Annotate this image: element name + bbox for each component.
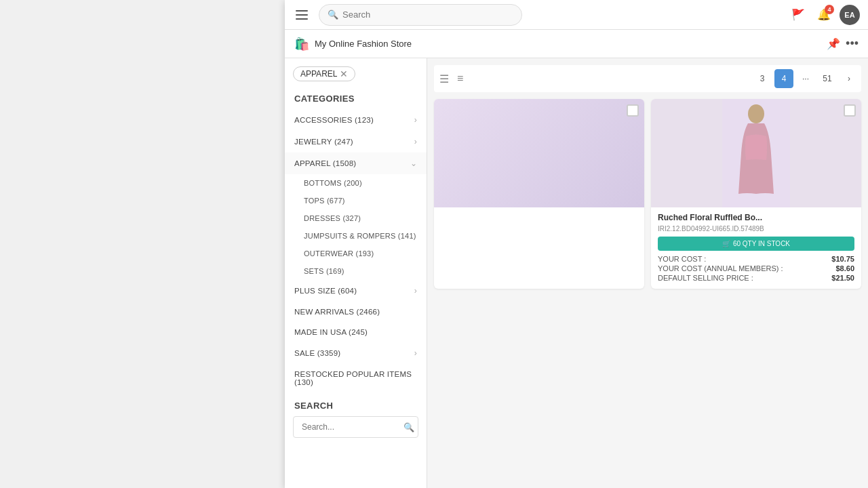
search-section-label: SEARCH (285, 392, 427, 416)
main-content: APPAREL ✕ CATEGORIES ACCESSORIES (123) ›… (285, 58, 868, 488)
product-info: Ruched Floral Ruffled Bo... IRI2.12.BD04… (651, 207, 861, 289)
product-grid: Ruched Floral Ruffled Bo... IRI2.12.BD04… (434, 99, 861, 289)
categories-label: CATEGORIES (285, 89, 427, 109)
product-card-placeholder (434, 99, 644, 289)
product-image-area (434, 99, 644, 207)
annual-cost-row: YOUR COST (ANNUAL MEMBERS) : $8.60 (658, 264, 854, 272)
category-item-sale[interactable]: SALE (3359) › (285, 342, 427, 364)
sidebar: APPAREL ✕ CATEGORIES ACCESSORIES (123) ›… (285, 58, 427, 488)
category-label: APPAREL (1508) (294, 159, 410, 167)
chip-label: APPAREL (300, 69, 337, 79)
in-stock-button[interactable]: 🛒 60 QTY IN STOCK (658, 237, 854, 251)
chevron-right-icon: › (414, 137, 417, 146)
pin-icon[interactable]: 📌 (827, 37, 840, 50)
category-label: NEW ARRIVALS (2466) (294, 308, 417, 316)
category-item-restocked[interactable]: RESTOCKED POPULAR ITEMS (130) (285, 364, 427, 392)
page-4-button[interactable]: 4 (774, 69, 793, 88)
category-label: MADE IN USA (245) (294, 328, 417, 336)
search-bar[interactable]: 🔍 (319, 4, 522, 26)
your-cost-label: YOUR COST : (658, 255, 706, 263)
category-item-jewelry[interactable]: JEWELRY (247) › (285, 131, 427, 152)
flag-button[interactable]: 🚩 (788, 5, 808, 25)
nav-icons: 🚩 🔔 4 EA (788, 5, 860, 25)
sidebar-search-wrap[interactable]: 🔍 (293, 416, 418, 438)
stock-label: 60 QTY IN STOCK (733, 240, 790, 247)
chevron-right-icon: › (414, 348, 417, 358)
svg-point-1 (748, 104, 764, 123)
category-label: JEWELRY (247) (294, 138, 414, 146)
page-51-button[interactable]: 51 (818, 69, 837, 88)
category-item-apparel[interactable]: APPAREL (1508) ⌄ (285, 152, 427, 174)
subcategory-outerwear[interactable]: OUTERWEAR (193) (285, 245, 427, 262)
chevron-right-icon: › (414, 286, 417, 296)
page-3-button[interactable]: 3 (753, 69, 772, 88)
category-item-made-in-usa[interactable]: MADE IN USA (245) (285, 322, 427, 342)
subcategory-tops[interactable]: TOPS (677) (285, 192, 427, 209)
category-item-accessories[interactable]: ACCESSORIES (123) › (285, 109, 427, 131)
sidebar-search-input[interactable] (302, 420, 403, 434)
pagination-row: ☰ ≡ 3 4 ··· 51 › (434, 65, 861, 92)
subcategory-bottoms[interactable]: BOTTOMS (200) (285, 174, 427, 192)
subcategory-dresses[interactable]: DRESSES (327) (285, 209, 427, 227)
store-icon: 🛍️ (294, 37, 309, 52)
notification-badge: 4 (825, 5, 834, 14)
annual-cost-value: $8.60 (835, 264, 854, 272)
search-icon: 🔍 (328, 9, 338, 20)
apparel-chip[interactable]: APPAREL ✕ (293, 66, 355, 81)
product-image-area (651, 99, 861, 207)
sub-navigation: 🛍️ My Online Fashion Store 📌 ••• (285, 30, 868, 58)
chevron-down-icon: ⌄ (410, 159, 417, 168)
store-name: My Online Fashion Store (315, 39, 412, 49)
default-price-value: $21.50 (831, 274, 854, 282)
product-title: Ruched Floral Ruffled Bo... (658, 213, 854, 222)
filter-chips: APPAREL ✕ (285, 58, 427, 89)
sidebar-search-icon[interactable]: 🔍 (403, 422, 414, 432)
hamburger-menu[interactable] (293, 5, 312, 24)
annual-cost-label: YOUR COST (ANNUAL MEMBERS) : (658, 264, 783, 272)
category-label: ACCESSORIES (123) (294, 116, 414, 124)
list-view-button[interactable]: ≡ (454, 71, 466, 87)
page-ellipsis: ··· (796, 69, 815, 88)
top-navigation: 🔍 🚩 🔔 4 EA (285, 0, 868, 30)
next-page-button[interactable]: › (840, 69, 859, 88)
grid-view-button[interactable]: ☰ (437, 71, 452, 87)
category-label: RESTOCKED POPULAR ITEMS (130) (294, 370, 417, 386)
product-sku: IRI2.12.BD04992-UI665.ID.57489B (658, 225, 854, 232)
category-label: PLUS SIZE (604) (294, 287, 414, 295)
more-options-icon[interactable]: ••• (846, 37, 859, 51)
cart-icon: 🛒 (722, 240, 730, 247)
subcategory-sets[interactable]: SETS (169) (285, 262, 427, 280)
user-avatar[interactable]: EA (840, 5, 860, 25)
product-checkbox[interactable] (627, 104, 639, 117)
category-item-plus-size[interactable]: PLUS SIZE (604) › (285, 280, 427, 302)
search-input[interactable] (342, 9, 513, 20)
category-item-new-arrivals[interactable]: NEW ARRIVALS (2466) (285, 302, 427, 322)
default-price-row: DEFAULT SELLING PRICE : $21.50 (658, 274, 854, 282)
chevron-right-icon: › (414, 115, 417, 125)
chip-close-icon[interactable]: ✕ (340, 69, 348, 79)
product-card-ruched-floral: Ruched Floral Ruffled Bo... IRI2.12.BD04… (651, 99, 861, 289)
product-image-placeholder (434, 99, 644, 207)
your-cost-value: $10.75 (831, 255, 854, 263)
sub-nav-actions: 📌 ••• (827, 37, 859, 51)
default-price-label: DEFAULT SELLING PRICE : (658, 274, 753, 282)
right-panel: ☰ ≡ 3 4 ··· 51 › (427, 58, 868, 488)
view-buttons: ☰ ≡ (437, 71, 466, 87)
product-checkbox[interactable] (844, 104, 856, 117)
product-image-svg (651, 99, 861, 207)
subcategory-jumpsuits[interactable]: JUMPSUITS & ROMPERS (141) (285, 227, 427, 245)
notifications-button[interactable]: 🔔 4 (814, 5, 834, 25)
category-label: SALE (3359) (294, 349, 414, 357)
your-cost-row: YOUR COST : $10.75 (658, 255, 854, 263)
